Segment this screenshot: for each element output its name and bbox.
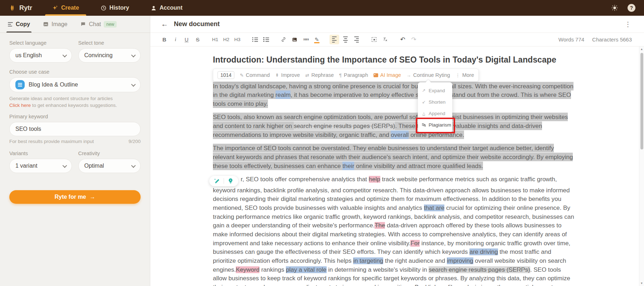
pen-wand-icon: ✎ [240, 73, 244, 78]
nav-item-account[interactable]: Account [148, 0, 185, 16]
document-body: In today's digital landscape, having a s… [213, 82, 575, 286]
more-dropdown-menu: ↗Expand ↙Shorten △Append Plagiarism [418, 82, 452, 133]
paragraph-button[interactable]: ¶Paragraph [339, 72, 368, 78]
highlight-button[interactable]: ✎ [312, 35, 322, 44]
char-count: 5663 [620, 36, 632, 43]
bold-button[interactable]: B [160, 35, 169, 44]
keywords-suggestion-line: Click here to get enhanced keywords sugg… [9, 103, 141, 108]
document-paragraph[interactable]: In today's digital landscape, having a s… [213, 82, 575, 108]
scroll-down-icon[interactable]: ▼ [639, 282, 644, 285]
document-title[interactable]: New document [174, 20, 220, 28]
sidebar-tabs: Copy Image Chat new [0, 16, 150, 33]
rephrase-button[interactable]: ⇄Rephrase [305, 72, 334, 78]
selection-char-count: 1014 [218, 71, 234, 79]
menu-item-shorten[interactable]: ↙Shorten [418, 96, 452, 108]
back-arrow-icon[interactable]: ← [161, 20, 168, 28]
align-center-button[interactable] [341, 35, 350, 44]
tab-chat[interactable]: Chat new [80, 16, 117, 33]
underline-button[interactable]: U [182, 35, 191, 44]
italic-button[interactable]: i [171, 35, 180, 44]
brand[interactable]: Rytr [9, 4, 32, 12]
document-paragraph[interactable]: SEO tools, also known as search engine o… [213, 113, 575, 139]
bullet-list-button[interactable] [250, 35, 260, 44]
keyword-counter: 9/200 [128, 139, 141, 144]
variants-select[interactable]: 1 variant [9, 159, 72, 173]
command-button[interactable]: ✎Command [240, 72, 270, 78]
improve-icon: ⇞ [275, 73, 279, 78]
shorten-icon: ↙ [421, 99, 426, 104]
expand-icon: ↗ [421, 88, 426, 93]
h1-button[interactable]: H1 [210, 35, 220, 44]
chevron-down-icon [62, 53, 67, 57]
document-paragraph[interactable]: r, SEO tools offer comprehensive analyti… [213, 175, 575, 286]
sidebar: Copy Image Chat new Select language [0, 16, 150, 286]
ryte-for-me-button[interactable]: Ryte for me → [9, 190, 141, 204]
clear-formatting-button[interactable] [380, 35, 390, 44]
insert-image-button[interactable] [290, 35, 299, 44]
redo-button[interactable]: ↷ [409, 35, 419, 44]
tone-select[interactable]: Convincing [78, 48, 141, 63]
theme-toggle-sun-icon[interactable] [611, 4, 618, 11]
blockquote-button[interactable]: ”” [301, 35, 311, 44]
new-badge: new [104, 21, 117, 28]
tone-label: Select tone [78, 40, 141, 46]
arrow-right-icon: → [90, 194, 96, 200]
inline-suggestion-pill[interactable] [209, 176, 238, 186]
creativity-label: Creativity [78, 151, 141, 156]
help-icon[interactable]: ? [628, 4, 635, 12]
improve-button[interactable]: ⇞Improve [275, 72, 300, 78]
context-toolbar: 1014 ✎Command ⇞Improve ⇄Rephrase ¶Paragr… [213, 69, 479, 82]
copy-lines-icon [8, 22, 13, 26]
pill-divider [224, 178, 224, 184]
document-heading[interactable]: Introduction: Understanding the Importan… [213, 55, 575, 65]
top-navbar: Rytr Create History Account ? [0, 0, 644, 16]
document-canvas[interactable]: Introduction: Understanding the Importan… [150, 46, 644, 286]
history-clock-icon [101, 5, 107, 11]
chevron-down-icon [131, 163, 136, 168]
kebab-menu-icon[interactable]: ⋮ [623, 20, 633, 28]
menu-item-append[interactable]: △Append [418, 108, 452, 119]
language-label: Select language [9, 40, 72, 46]
menu-item-plagiarism[interactable]: Plagiarism [418, 119, 452, 130]
more-button[interactable]: ⋮More [455, 72, 474, 78]
chevron-down-icon [131, 53, 136, 57]
link-button[interactable] [279, 35, 288, 44]
align-left-button[interactable] [330, 35, 339, 44]
plagiarism-icon [421, 123, 426, 127]
clear-block-button[interactable] [369, 35, 379, 44]
brand-name: Rytr [19, 4, 32, 12]
h3-button[interactable]: H3 [233, 35, 242, 44]
h2-button[interactable]: H2 [221, 35, 231, 44]
scroll-up-icon[interactable]: ▲ [639, 48, 644, 51]
use-case-select[interactable]: Blog Idea & Outline [9, 77, 141, 92]
append-icon: △ [421, 111, 426, 116]
numbered-list-button[interactable] [261, 35, 271, 44]
nav-item-history[interactable]: History [98, 0, 131, 16]
use-case-label: Choose use case [9, 69, 141, 75]
paragraph-icon: ¶ [339, 73, 342, 78]
menu-item-expand[interactable]: ↗Expand [418, 85, 452, 96]
scrollbar-thumb[interactable] [640, 53, 643, 149]
use-case-help: Generate ideas and content structure for… [9, 96, 141, 101]
ai-image-button[interactable]: AI Image [374, 72, 401, 78]
idea-bulb-icon [227, 178, 234, 184]
strikethrough-button[interactable]: S [193, 35, 203, 44]
tab-image[interactable]: Image [43, 16, 67, 33]
continue-ryting-button[interactable]: →Continue Ryting [406, 72, 450, 78]
primary-keyword-label: Primary keyword [9, 114, 141, 119]
creativity-select[interactable]: Optimal [78, 159, 141, 173]
primary-keyword-input[interactable] [9, 122, 141, 136]
nav-item-create[interactable]: Create [50, 0, 81, 16]
tab-copy[interactable]: Copy [8, 16, 30, 33]
editor: ← New document ⋮ B i U S H1 H2 H3 ”” ✎ [150, 16, 644, 286]
undo-button[interactable]: ↶ [398, 35, 408, 44]
vertical-scrollbar[interactable]: ▲ ▼ [639, 46, 644, 286]
ai-image-icon [374, 73, 378, 77]
document-paragraph[interactable]: The importance of SEO tools cannot be ov… [213, 144, 575, 171]
align-right-button[interactable] [352, 35, 361, 44]
rytr-logo-icon [9, 4, 16, 12]
click-here-link[interactable]: Click here [9, 103, 31, 108]
continue-arrow-icon: → [406, 73, 411, 78]
language-select[interactable]: us English [9, 48, 72, 63]
formatting-toolbar: B i U S H1 H2 H3 ”” ✎ [150, 33, 644, 46]
